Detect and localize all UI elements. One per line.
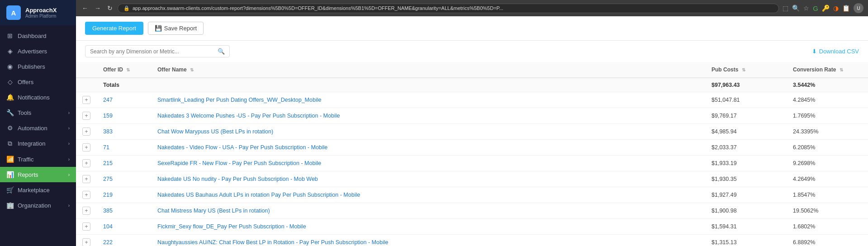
row-expand-cell[interactable]: + [76, 140, 97, 156]
row-expand-cell[interactable]: + [76, 156, 97, 171]
browser-refresh-button[interactable]: ↻ [106, 3, 114, 13]
generate-report-button[interactable]: Generate Report [85, 22, 143, 35]
row-pub-costs: $1,930.35 [705, 171, 787, 187]
row-offer-id: 71 [97, 140, 151, 156]
row-offer-name[interactable]: Nakedates US Bauhaus Adult LPs in rotati… [151, 187, 705, 203]
totals-expand [76, 78, 97, 92]
sidebar-item-label: Organization [18, 202, 51, 209]
row-expand-cell[interactable]: + [76, 187, 97, 203]
expand-button[interactable]: + [82, 191, 90, 199]
row-offer-name[interactable]: Nakedate US No nudity - Pay Per Push Sub… [151, 171, 705, 187]
row-offer-name[interactable]: Nakedates - Video Flow - USA - Pay Per P… [151, 140, 705, 156]
download-csv-button[interactable]: ⬇ Download CSV [812, 48, 859, 55]
sidebar-logo: A ApproachX Admin Platform [0, 0, 76, 25]
search-icon[interactable]: 🔍 [792, 5, 800, 12]
sidebar-item-marketplace[interactable]: 🛒 Marketplace [0, 182, 76, 198]
offer-name-link[interactable]: Nakedates US Bauhaus Adult LPs in rotati… [157, 192, 360, 198]
offer-name-link[interactable]: Fickmir_Sexy flow_DE_Pay Per Push Subscr… [157, 223, 306, 230]
sidebar-item-label: Advertisers [18, 48, 47, 55]
row-offer-name[interactable]: Naughtyaussies AU/NZ: Chat Flow Best LP … [151, 235, 705, 246]
sidebar-item-offers[interactable]: ◇ Offers [0, 74, 76, 90]
sidebar-navigation: ⊞ Dashboard ◈ Advertisers ◉ Publishers ◇… [0, 25, 76, 246]
expand-button[interactable]: + [82, 143, 90, 151]
table-row: + 383 Chat Wow Marypuss US (Best LPs in … [76, 124, 868, 140]
row-offer-name[interactable]: Chat Mistress Mary US (Best LPs in rotat… [151, 203, 705, 219]
extension-icon-3[interactable]: ◑ [833, 5, 839, 12]
offer-name-link[interactable]: Nakedates 3 Welcome Pushes -US - Pay Per… [157, 113, 340, 119]
browser-url-bar[interactable]: 🔒 app.approachx.swaarm-clients.com/custo… [118, 4, 779, 13]
sidebar-item-automation[interactable]: ⚙ Automation › [0, 120, 76, 136]
expand-button[interactable]: + [82, 222, 90, 231]
chevron-icon: › [68, 157, 70, 162]
offer-name-link[interactable]: Smartlink_Leading Per Push Dating Offers… [157, 97, 321, 103]
offer-name-link[interactable]: Nakedates - Video Flow - USA - Pay Per P… [157, 144, 327, 151]
row-offer-name[interactable]: SexeRapide FR - New Flow - Pay Per Push … [151, 156, 705, 171]
row-conv-rate: 1.6802% [787, 219, 868, 235]
expand-button[interactable]: + [82, 96, 90, 104]
row-expand-cell[interactable]: + [76, 92, 97, 108]
row-offer-name[interactable]: Fickmir_Sexy flow_DE_Pay Per Push Subscr… [151, 219, 705, 235]
expand-button[interactable]: + [82, 112, 90, 120]
row-expand-cell[interactable]: + [76, 171, 97, 187]
sidebar-item-label: Publishers [18, 63, 45, 70]
browser-actions: ⬚ 🔍 ☆ G 🔑 ◑ 📋 U [783, 3, 863, 13]
user-avatar[interactable]: U [854, 3, 863, 13]
bookmark-icon[interactable]: ☆ [803, 5, 809, 12]
extension-icon-2[interactable]: 🔑 [822, 5, 830, 12]
row-expand-cell[interactable]: + [76, 203, 97, 219]
expand-button[interactable]: + [82, 238, 90, 246]
sidebar-item-dashboard[interactable]: ⊞ Dashboard [0, 28, 76, 43]
row-conv-rate: 24.3395% [787, 124, 868, 140]
row-offer-name[interactable]: Nakedates 3 Welcome Pushes -US - Pay Per… [151, 108, 705, 124]
sidebar-item-reports[interactable]: 📊 Reports › [0, 167, 76, 182]
sidebar-item-integration[interactable]: ⧉ Integration › [0, 136, 76, 151]
row-expand-cell[interactable]: + [76, 108, 97, 124]
row-expand-cell[interactable]: + [76, 235, 97, 246]
row-expand-cell[interactable]: + [76, 219, 97, 235]
expand-button[interactable]: + [82, 175, 90, 183]
col-header-pub-costs[interactable]: Pub Costs ⇅ [705, 62, 787, 78]
offer-name-link[interactable]: Naughtyaussies AU/NZ: Chat Flow Best LP … [157, 239, 388, 246]
extension-icon-4[interactable]: 📋 [842, 5, 850, 12]
download-icon: ⬇ [812, 48, 817, 55]
browser-back-button[interactable]: ← [81, 3, 90, 13]
row-offer-name[interactable]: Smartlink_Leading Per Push Dating Offers… [151, 92, 705, 108]
url-text: app.approachx.swaarm-clients.com/custom-… [133, 5, 503, 11]
expand-button[interactable]: + [82, 128, 90, 136]
sidebar-item-organization[interactable]: 🏢 Organization › [0, 198, 76, 213]
row-pub-costs: $9,769.17 [705, 108, 787, 124]
expand-button[interactable]: + [82, 207, 90, 215]
browser-forward-button[interactable]: → [93, 3, 102, 13]
offer-name-link[interactable]: Nakedate US No nudity - Pay Per Push Sub… [157, 176, 318, 182]
table-row: + 222 Naughtyaussies AU/NZ: Chat Flow Be… [76, 235, 868, 246]
col-header-conv-rate[interactable]: Conversion Rate ⇅ [787, 62, 868, 78]
offer-name-link[interactable]: Chat Wow Marypuss US (Best LPs in rotati… [157, 128, 273, 135]
col-header-offer-id[interactable]: Offer ID ⇅ [97, 62, 151, 78]
row-expand-cell[interactable]: + [76, 124, 97, 140]
extension-icon-1[interactable]: G [813, 5, 818, 12]
sidebar-item-advertisers[interactable]: ◈ Advertisers [0, 43, 76, 59]
offer-name-link[interactable]: Chat Mistress Mary US (Best LPs in rotat… [157, 208, 270, 214]
offer-name-link[interactable]: SexeRapide FR - New Flow - Pay Per Push … [157, 160, 321, 166]
save-report-button[interactable]: 💾 Save Report [148, 22, 204, 35]
sidebar-item-tools[interactable]: 🔧 Tools › [0, 105, 76, 120]
sidebar-item-label: Offers [18, 79, 33, 85]
row-offer-id: 247 [97, 92, 151, 108]
row-conv-rate: 19.5062% [787, 203, 868, 219]
row-offer-id: 222 [97, 235, 151, 246]
sidebar-item-publishers[interactable]: ◉ Publishers [0, 59, 76, 74]
table-row: + 215 SexeRapide FR - New Flow - Pay Per… [76, 156, 868, 171]
sidebar-item-traffic[interactable]: 📶 Traffic › [0, 151, 76, 167]
row-offer-name[interactable]: Chat Wow Marypuss US (Best LPs in rotati… [151, 124, 705, 140]
totals-name [151, 78, 705, 92]
dashboard-icon: ⊞ [6, 32, 14, 39]
row-pub-costs: $1,927.49 [705, 187, 787, 203]
automation-icon: ⚙ [6, 124, 14, 132]
sidebar-item-notifications[interactable]: 🔔 Notifications [0, 90, 76, 105]
cast-icon[interactable]: ⬚ [783, 5, 788, 12]
search-input[interactable] [90, 48, 215, 55]
col-header-offer-name[interactable]: Offer Name ⇅ [151, 62, 705, 78]
expand-button[interactable]: + [82, 159, 90, 167]
logo-name: ApproachX [25, 7, 57, 14]
offers-icon: ◇ [6, 78, 14, 85]
